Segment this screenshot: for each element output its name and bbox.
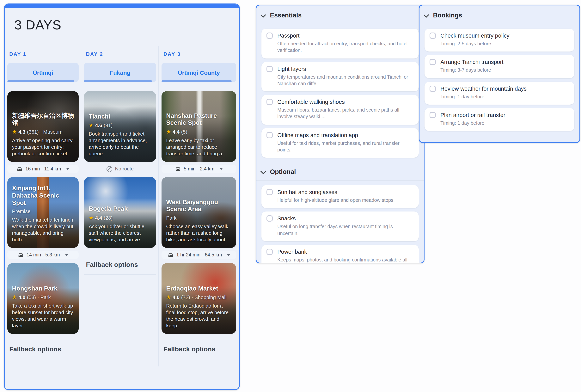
place-card-content: Bogeda Peak 4.4 (28) Ask your driver or … xyxy=(84,177,156,248)
chevron-down-icon xyxy=(65,254,68,256)
day-1-city-chip[interactable]: Ürümqi xyxy=(7,63,79,82)
chevron-down-icon xyxy=(220,168,222,170)
star-icon xyxy=(89,215,94,221)
checkbox[interactable] xyxy=(266,32,273,39)
booking-item-museum-policy[interactable]: Check museum entry policy Timing: 2-5 da… xyxy=(424,29,574,52)
city-chip-progress-bar xyxy=(84,80,152,82)
city-chip-progress-track xyxy=(74,81,79,81)
item-title: Sun hat and sunglasses xyxy=(277,189,337,195)
rating-line: 4.0 (53) · Park xyxy=(12,294,74,300)
day-3-city: Ürümqi County xyxy=(178,69,220,76)
checklist-item-offline-maps[interactable]: Offline maps and translation app Useful … xyxy=(262,128,419,158)
checklist-item-walking-shoes[interactable]: Comfortable walking shoes Museum floors,… xyxy=(262,95,419,124)
section-title: Optional xyxy=(270,168,296,176)
essentials-section-header[interactable]: Essentials xyxy=(256,6,424,24)
checkbox[interactable] xyxy=(266,132,273,138)
bookings-section-header[interactable]: Bookings xyxy=(420,6,580,24)
transit-row-no-route[interactable]: No route xyxy=(84,164,156,173)
transit-row-drive[interactable]: 14 min · 5.3 km xyxy=(7,250,79,259)
transit-row-drive[interactable]: 5 min · 2.4 km xyxy=(162,164,236,173)
place-name: 新疆维吾尔自治区博物馆 xyxy=(12,112,74,127)
place-card-museum[interactable]: 新疆维吾尔自治区博物馆 4.3 (361) · Museum Arrive at… xyxy=(7,91,79,162)
transit-row-drive[interactable]: 16 min · 11.4 km xyxy=(7,164,79,173)
panel-accent-bar xyxy=(5,4,239,8)
day-2-column: DAY 2 Fukang Tianchi 4.6 (91) xyxy=(81,46,159,389)
item-description: Helpful for high-altitude glare and open… xyxy=(277,197,414,204)
checkbox[interactable] xyxy=(430,32,436,39)
checkbox[interactable] xyxy=(266,249,273,255)
day-2-city-chip[interactable]: Fukang xyxy=(84,63,156,82)
rating-value: 4.4 xyxy=(95,215,102,221)
divider xyxy=(7,359,79,359)
rating-line: 4.6 (91) xyxy=(89,122,152,128)
item-title: Comfortable walking shoes xyxy=(277,99,345,105)
rating-value: 4.0 xyxy=(172,294,180,300)
rating-value: 4.6 xyxy=(95,122,102,128)
place-card-content: Erdaoqiao Market 4.0 (72) · Shopping Mal… xyxy=(162,263,236,334)
item-description: Keeps maps, photos, and booking confirma… xyxy=(277,257,414,264)
item-description: Museum floors, bazaar lanes, parks, and … xyxy=(277,107,414,120)
checkbox[interactable] xyxy=(430,112,436,118)
booking-item-tianchi-transport[interactable]: Arrange Tianchi transport Timing: 3-7 da… xyxy=(424,55,574,78)
bookings-items: Check museum entry policy Timing: 2-5 da… xyxy=(420,24,580,136)
place-card-nanshan[interactable]: Nanshan Pasture Scenic Spot 4.4 (5) Leav… xyxy=(162,91,236,162)
booking-item-airport-transfer[interactable]: Plan airport or rail transfer Timing: 1 … xyxy=(424,108,574,131)
place-name: Erdaoqiao Market xyxy=(166,285,232,292)
optional-section-header[interactable]: Optional xyxy=(256,162,424,180)
transit-label: No route xyxy=(115,166,134,172)
checkbox[interactable] xyxy=(266,189,273,195)
itinerary-panel: 3 DAYS DAY 1 Ürümqi 新疆维吾尔自治区博物馆 xyxy=(4,4,240,390)
rating-value: 4.0 xyxy=(18,294,25,300)
checkbox[interactable] xyxy=(266,216,273,222)
checklist-item-passport[interactable]: Passport Often needed for attraction ent… xyxy=(262,29,419,58)
checklist-item-power-bank[interactable]: Power bank Keeps maps, photos, and booki… xyxy=(262,245,419,264)
car-icon xyxy=(168,252,174,258)
place-name: Xinjiang Int'l. Dabazha Scenic Spot xyxy=(12,185,74,207)
rating-detail: (72) · Shopping Mall xyxy=(181,294,226,300)
item-description: Useful for taxi rides, market purchases,… xyxy=(277,140,414,154)
item-title: Arrange Tianchi transport xyxy=(440,59,504,65)
city-chip-progress-bar xyxy=(162,80,232,82)
transit-label: 5 min · 2.4 km xyxy=(184,166,214,172)
item-title: Power bank xyxy=(277,249,307,255)
item-title: Snacks xyxy=(277,216,296,222)
fallback-options-heading: Fallback options xyxy=(9,346,80,353)
place-card-bogeda[interactable]: Bogeda Peak 4.4 (28) Ask your driver or … xyxy=(84,177,156,248)
transit-label: 16 min · 11.4 km xyxy=(25,166,61,172)
booking-item-weather-review[interactable]: Review weather for mountain days Timing:… xyxy=(424,82,574,104)
place-card-content: West Baiyanggou Scenic Area Park Choose … xyxy=(162,177,236,248)
checkbox[interactable] xyxy=(430,59,436,65)
place-card-tianchi[interactable]: Tianchi 4.6 (91) Book transport and tick… xyxy=(84,91,156,162)
checklist-item-sun-hat[interactable]: Sun hat and sunglasses Helpful for high-… xyxy=(262,185,419,208)
checklist-item-snacks[interactable]: Snacks Useful on long transfer days when… xyxy=(262,212,419,241)
item-title: Light layers xyxy=(277,66,306,72)
rating-line: 4.0 (72) · Shopping Mall xyxy=(166,294,232,300)
checkbox[interactable] xyxy=(266,66,273,72)
rating-detail: (5) xyxy=(181,129,187,135)
item-timing: Timing: 3-7 days before xyxy=(440,67,570,74)
checklist-item-light-layers[interactable]: Light layers City temperatures and mount… xyxy=(262,62,419,92)
place-note: Take a taxi or short walk up before suns… xyxy=(12,303,74,329)
place-card-content: 新疆维吾尔自治区博物馆 4.3 (361) · Museum Arrive at… xyxy=(7,91,79,162)
checkbox[interactable] xyxy=(430,86,436,92)
rating-line: 4.4 (5) xyxy=(166,129,232,135)
car-icon xyxy=(18,252,24,258)
place-note: Arrive at opening and carry your passpor… xyxy=(12,138,74,157)
item-title: Review weather for mountain days xyxy=(440,86,526,92)
day-3-city-chip[interactable]: Ürümqi County xyxy=(162,63,236,82)
place-category: Premise xyxy=(12,208,74,214)
item-description: Often needed for attraction entry, trans… xyxy=(277,41,414,54)
city-chip-progress-track xyxy=(152,81,156,81)
rating-value: 4.4 xyxy=(172,129,180,135)
place-note: Walk the market after lunch when the cro… xyxy=(12,217,74,243)
place-card-erdaoqiao[interactable]: Erdaoqiao Market 4.0 (72) · Shopping Mal… xyxy=(162,263,236,334)
place-card-hongshan[interactable]: Hongshan Park 4.0 (53) · Park Take a tax… xyxy=(7,263,79,334)
day-columns: DAY 1 Ürümqi 新疆维吾尔自治区博物馆 4.3 ( xyxy=(5,46,239,389)
checkbox[interactable] xyxy=(266,99,273,105)
rating-detail: (53) · Park xyxy=(27,294,51,300)
place-card-baiyanggou[interactable]: West Baiyanggou Scenic Area Park Choose … xyxy=(162,177,236,248)
day-1-column: DAY 1 Ürümqi 新疆维吾尔自治区博物馆 4.3 ( xyxy=(5,46,81,389)
transit-row-drive[interactable]: 1 hr 24 min · 64.5 km xyxy=(162,250,236,259)
place-card-dabazha[interactable]: Xinjiang Int'l. Dabazha Scenic Spot Prem… xyxy=(7,177,79,248)
item-timing: Timing: 1 day before xyxy=(440,94,570,100)
